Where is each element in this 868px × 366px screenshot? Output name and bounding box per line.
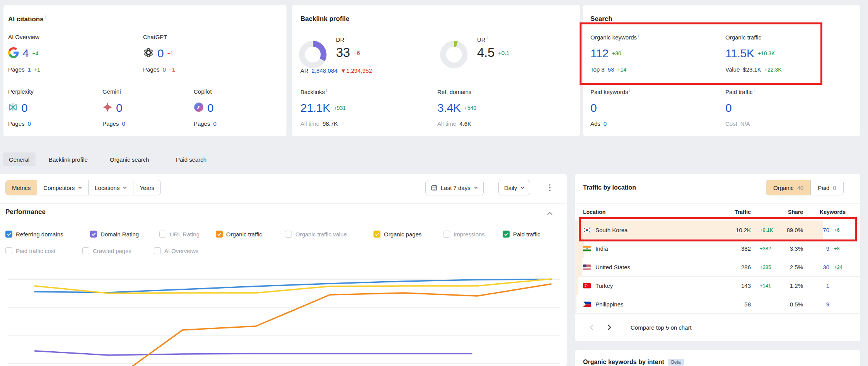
ur-change: +0.1 xyxy=(498,50,510,56)
calendar-icon xyxy=(431,185,437,191)
dr-value: 33 xyxy=(336,45,350,60)
info-icon[interactable]: i xyxy=(472,88,473,92)
copilot-value: 0 xyxy=(207,101,213,115)
years-button[interactable]: Years xyxy=(133,180,160,195)
checkbox-crawled-pages[interactable]: Crawled pages xyxy=(82,246,131,255)
dr-donut-chart xyxy=(299,41,327,68)
keywords-value[interactable]: 30 xyxy=(823,264,829,270)
tab-organic-search[interactable]: Organic search xyxy=(110,152,149,166)
backlinks-value[interactable]: 21.1K xyxy=(300,101,330,115)
share-bar xyxy=(575,276,578,295)
checkbox-organic-traffic-value[interactable]: Organic traffic value xyxy=(285,230,347,238)
checkbox-referring-domains[interactable]: Referring domains xyxy=(5,230,63,238)
annotation-box-search-organic xyxy=(580,22,822,85)
checkbox-box xyxy=(216,231,223,238)
info-icon[interactable]: i xyxy=(326,88,327,92)
checkbox-box xyxy=(5,231,12,238)
share-value: 0.5% xyxy=(790,301,803,308)
location-name: United States xyxy=(595,264,630,270)
info-icon[interactable]: i xyxy=(487,36,488,40)
collapse-section-button[interactable] xyxy=(547,210,553,217)
keywords-value[interactable]: 1 xyxy=(826,282,829,289)
checkbox-ai-overviews[interactable]: AI Overviews xyxy=(154,246,198,255)
metrics-button[interactable]: Metrics xyxy=(6,180,37,195)
share-value: 1.2% xyxy=(790,282,803,289)
checkbox-domain-rating[interactable]: Domain Rating xyxy=(90,230,139,238)
table-row-philippines[interactable]: Philippines 58 0.5% 9 xyxy=(575,295,860,314)
keywords-change: +8 xyxy=(834,246,840,251)
keywords-value[interactable]: 9 xyxy=(826,245,829,252)
paid-keywords-value[interactable]: 0 xyxy=(590,101,597,115)
chevron-down-icon xyxy=(123,186,127,189)
checkbox-box xyxy=(443,231,450,238)
backlinks-alltime: All time98.7K xyxy=(300,120,338,127)
backlinks-change: +931 xyxy=(334,105,346,111)
copilot-icon xyxy=(194,102,204,114)
tab-backlink-profile[interactable]: Backlink profile xyxy=(49,152,88,166)
tab-general[interactable]: General xyxy=(3,152,36,166)
traffic-change: +382 xyxy=(760,246,771,251)
more-options-button[interactable] xyxy=(542,180,558,195)
traffic-change: +285 xyxy=(760,264,771,270)
backlink-profile-title: Backlink profile xyxy=(300,15,350,23)
flag-turkey-icon xyxy=(583,283,591,288)
info-icon[interactable]: i xyxy=(346,36,346,40)
divider xyxy=(575,204,860,204)
locations-dropdown[interactable]: Locations xyxy=(89,180,133,195)
dr-change: −6 xyxy=(353,50,360,56)
table-row-turkey[interactable]: Turkey 143 +141 1.2% 1 xyxy=(575,276,860,295)
column-header-share: Share xyxy=(788,209,803,215)
paid-keywords-label: Paid keywordsi xyxy=(590,88,630,95)
perplexity-pages: Pages0 xyxy=(8,120,31,127)
checkbox-organic-traffic[interactable]: Organic traffic xyxy=(216,230,262,238)
chatgpt-label: ChatGPT xyxy=(143,34,167,40)
gemini-value: 0 xyxy=(116,101,122,115)
toggle-organic[interactable]: Organic40 xyxy=(766,180,810,195)
checkbox-paid-traffic[interactable]: Paid traffic xyxy=(503,230,541,238)
checkbox-organic-pages[interactable]: Organic pages xyxy=(373,230,422,238)
chevron-up-icon xyxy=(547,212,553,215)
ar-value: 2,848,084 xyxy=(312,67,338,74)
ref-domains-value[interactable]: 3.4K xyxy=(437,101,461,115)
performance-title: Performance xyxy=(5,208,46,216)
column-header-keywords: Keywords xyxy=(820,209,846,215)
toggle-paid[interactable]: Paid0 xyxy=(810,180,843,195)
info-icon[interactable]: i xyxy=(629,88,630,92)
share-value: 2.5% xyxy=(790,264,803,270)
checkbox-paid-traffic-cost[interactable]: Paid traffic cost xyxy=(5,246,55,255)
chevron-right-icon xyxy=(607,324,611,330)
paid-traffic-value[interactable]: 0 xyxy=(725,101,732,115)
ar-row: AR 2,848,084 ▼1,294,952 xyxy=(300,67,372,74)
chatgpt-pages: Pages0−1 xyxy=(143,66,175,73)
column-header-location: Location xyxy=(583,209,605,215)
info-icon[interactable]: i xyxy=(754,88,755,92)
traffic-change: +141 xyxy=(760,283,771,289)
flag-philippines-icon xyxy=(583,301,591,307)
table-row-united-states[interactable]: United States 286 +285 2.5% 30 +24 xyxy=(575,258,860,277)
compare-top5-button[interactable]: Compare top 5 on chart xyxy=(631,324,692,331)
domain-overview-dashboard: AI citationsi AI Overview 4 +4 Pages1+1 … xyxy=(0,0,868,366)
checkbox-url-rating[interactable]: URL Rating xyxy=(159,230,200,238)
column-header-traffic: Traffic xyxy=(735,209,751,215)
table-row-india[interactable]: India 382 +382 3.3% 9 +8 xyxy=(575,239,860,258)
perplexity-value: 0 xyxy=(21,101,27,115)
granularity-dropdown[interactable]: Daily xyxy=(498,180,530,195)
intent-card-title: Organic keywords by intent xyxy=(583,359,664,366)
divider xyxy=(0,203,567,204)
organic-keywords-by-intent-card: Organic keywords by intent Beta xyxy=(575,350,860,366)
traffic-value: 58 xyxy=(744,301,751,308)
date-range-dropdown[interactable]: Last 7 days xyxy=(425,180,484,195)
share-value: 3.3% xyxy=(790,245,803,252)
next-page-button[interactable] xyxy=(607,324,611,330)
keywords-value[interactable]: 9 xyxy=(826,301,829,308)
competitors-dropdown[interactable]: Competitors xyxy=(37,180,89,195)
paid-keywords-ads: Ads0 xyxy=(590,120,607,127)
tab-paid-search[interactable]: Paid search xyxy=(176,152,206,166)
checkbox-impressions[interactable]: Impressions xyxy=(443,230,485,238)
traffic-type-toggle: Organic40 Paid0 xyxy=(766,180,844,195)
annotation-box-south-korea-row xyxy=(579,217,857,241)
chevron-left-icon xyxy=(590,324,593,330)
location-name: Philippines xyxy=(595,301,624,308)
prev-page-button[interactable] xyxy=(590,324,593,330)
info-icon[interactable]: i xyxy=(45,15,46,19)
